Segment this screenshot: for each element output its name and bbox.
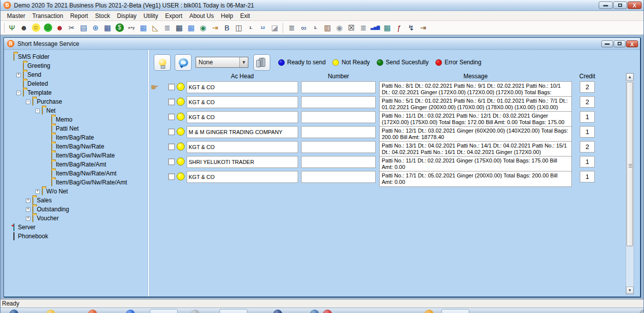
media-app-icon[interactable] bbox=[273, 310, 282, 313]
tree-item-item-bag-nw-rate-amt[interactable]: Item/Bag/Nw/Rate/Amt bbox=[6, 169, 147, 178]
tree-item-phonebook[interactable]: Phonebook bbox=[6, 232, 147, 241]
row-checkbox[interactable] bbox=[168, 144, 175, 150]
sms-close-button[interactable]: X bbox=[626, 40, 638, 47]
number-field[interactable] bbox=[301, 141, 376, 153]
expand-plus-icon[interactable]: + bbox=[26, 216, 30, 221]
tree-item-outstanding[interactable]: +Outstanding bbox=[6, 205, 147, 214]
tree-item-server[interactable]: Server bbox=[6, 223, 147, 232]
tree-item-deleted[interactable]: Deleted bbox=[6, 79, 147, 88]
folder-icon[interactable] bbox=[46, 310, 55, 313]
expand-plus-icon[interactable]: + bbox=[35, 189, 40, 194]
table-light-button[interactable]: ▦ bbox=[185, 22, 197, 34]
page-number-button[interactable]: 1. bbox=[245, 22, 257, 34]
tree-item-voucher[interactable]: +Voucher bbox=[6, 214, 147, 223]
row-checkbox[interactable] bbox=[168, 114, 175, 120]
expand-plus-icon[interactable]: + bbox=[26, 198, 30, 203]
number-field[interactable] bbox=[301, 96, 376, 108]
collapse-minus-icon[interactable]: - bbox=[26, 100, 30, 104]
window-table-button[interactable]: ▦ bbox=[102, 22, 113, 34]
expand-plus-icon[interactable]: + bbox=[26, 207, 30, 212]
ac-head-field[interactable]: KGT & CO bbox=[187, 171, 298, 183]
tree-item-memo[interactable]: Memo bbox=[6, 115, 147, 124]
menu-item-utility[interactable]: Utility bbox=[140, 11, 161, 20]
page-dates-button[interactable]: 12 bbox=[257, 22, 269, 34]
page-delete-button[interactable]: ☒ bbox=[345, 22, 357, 34]
ac-head-field[interactable]: KGT & CO bbox=[187, 96, 298, 108]
number-field[interactable] bbox=[301, 171, 376, 183]
browser-icon[interactable] bbox=[88, 310, 97, 313]
explorer-button[interactable] bbox=[219, 309, 247, 313]
database-copy-button[interactable]: ≣ bbox=[161, 22, 173, 34]
delete-button[interactable] bbox=[253, 54, 270, 71]
tree-item-item-bag-gw-nw-rate[interactable]: Item/Bag/Gw/Nw/Rate bbox=[6, 151, 147, 160]
red-app-icon[interactable] bbox=[323, 310, 332, 313]
comment-button[interactable]: ◉ bbox=[333, 22, 345, 34]
formula-button[interactable]: x+y bbox=[125, 22, 137, 34]
message-field[interactable]: Patti No.: 12/1 Dt.: 03.02.2021 Ginger (… bbox=[379, 126, 572, 142]
function-button[interactable]: ƒ bbox=[393, 22, 405, 34]
row-checkbox[interactable] bbox=[168, 129, 175, 135]
active-app-button[interactable] bbox=[150, 309, 178, 313]
row-checkbox[interactable] bbox=[168, 99, 175, 105]
export-folder-button[interactable]: ⇥ bbox=[209, 22, 221, 34]
sad-face-button[interactable]: ☹ bbox=[42, 22, 54, 34]
tree-item-template[interactable]: -Template bbox=[6, 88, 147, 97]
scissors-button[interactable]: ✂ bbox=[66, 22, 78, 34]
number-field[interactable] bbox=[301, 111, 376, 123]
message-field[interactable]: Patti No.: 11/1 Dt.: 02.02.2021 Ginger (… bbox=[379, 156, 572, 172]
running-man-button[interactable]: ↯ bbox=[405, 22, 417, 34]
binoculars-button[interactable]: ∞ bbox=[298, 22, 310, 34]
start-orb-icon[interactable] bbox=[9, 310, 18, 313]
document-chart-button[interactable]: ▤ bbox=[78, 22, 90, 34]
number-field[interactable] bbox=[301, 81, 376, 93]
paint-button[interactable] bbox=[441, 309, 469, 313]
book-open-button[interactable]: ◫ bbox=[233, 22, 245, 34]
menu-item-report[interactable]: Report bbox=[67, 11, 92, 20]
ac-head-field[interactable]: KGT & CO bbox=[187, 141, 298, 153]
menu-item-about-us[interactable]: About Us bbox=[186, 11, 217, 20]
tree-item-item-bag-rate[interactable]: Item/Bag/Rate bbox=[6, 133, 147, 142]
close-button[interactable]: X bbox=[628, 1, 642, 9]
tree-item-send[interactable]: +Send bbox=[6, 70, 147, 79]
bold-button[interactable]: B bbox=[221, 22, 233, 34]
row-checkbox[interactable] bbox=[168, 173, 175, 180]
minimize-button[interactable] bbox=[599, 1, 613, 9]
tree-item-sms-folder[interactable]: SMS Folder bbox=[6, 52, 147, 61]
scroll-up-icon[interactable]: ▲ bbox=[626, 73, 634, 81]
tree-item-item-bag-rate-amt[interactable]: Item/Bag/Rate/Amt bbox=[6, 160, 147, 169]
menu-item-export[interactable]: Export bbox=[162, 11, 186, 20]
database-add-button[interactable]: ≣ bbox=[286, 22, 298, 34]
protractor-button[interactable]: ◺ bbox=[149, 22, 161, 34]
collapse-minus-icon[interactable]: - bbox=[16, 91, 21, 95]
tree-item-greeting[interactable]: Greeting bbox=[6, 61, 147, 70]
filter-dropdown[interactable]: None ▼ bbox=[196, 57, 248, 68]
sms-minimize-button[interactable] bbox=[601, 40, 613, 47]
table-dark-button[interactable]: ▦ bbox=[173, 22, 185, 34]
tree-item-purchase[interactable]: -Purchase bbox=[6, 97, 147, 106]
menu-item-master[interactable]: Master bbox=[3, 11, 29, 20]
menu-item-display[interactable]: Display bbox=[113, 11, 140, 20]
exit-door-button[interactable]: ⇥ bbox=[417, 22, 429, 34]
vertical-scrollbar[interactable]: ▲ ▼ bbox=[626, 73, 634, 295]
eraser-button[interactable]: ◪ bbox=[269, 22, 281, 34]
money-bag-button[interactable]: $ bbox=[113, 22, 125, 34]
window-app-icon[interactable] bbox=[310, 310, 319, 313]
lamp-button[interactable] bbox=[154, 54, 171, 71]
ac-head-field[interactable]: KGT & CO bbox=[187, 111, 298, 123]
message-button[interactable] bbox=[175, 54, 192, 71]
ac-head-field[interactable]: KGT & CO bbox=[187, 81, 298, 93]
menu-item-transaction[interactable]: Transaction bbox=[29, 11, 67, 20]
user-hat-button[interactable]: ☻ bbox=[18, 22, 30, 34]
tree-item-patti-net[interactable]: Patti Net bbox=[6, 124, 147, 133]
scrollbar-thumb[interactable] bbox=[627, 82, 633, 246]
message-field[interactable]: Patti No.: 17/1 Dt.: 05.02.2021 Ginger (… bbox=[379, 171, 572, 187]
palm-tree-button[interactable]: Ψ bbox=[6, 22, 18, 34]
tree-item-net[interactable]: -Net bbox=[6, 106, 147, 115]
calendar-button[interactable]: ▦ bbox=[137, 22, 149, 34]
menu-item-exit[interactable]: Exit bbox=[236, 11, 253, 20]
row-checkbox[interactable] bbox=[168, 158, 175, 165]
collapse-minus-icon[interactable]: - bbox=[35, 109, 40, 113]
bar-chart-button[interactable]: ▃▅▇ bbox=[369, 22, 381, 34]
tray-box-icon[interactable] bbox=[640, 310, 644, 313]
tree-item-item-bag-gw-nw-rate-amt[interactable]: Item/Bag/Gw/Nw/Rate/Amt bbox=[6, 178, 147, 187]
